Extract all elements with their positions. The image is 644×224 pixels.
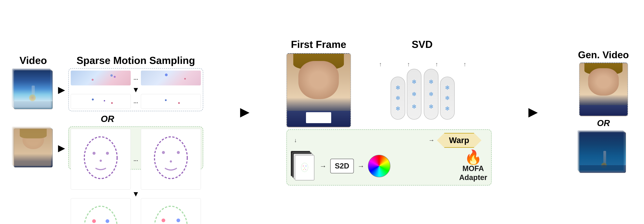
gen-video-title: Gen. Video — [578, 49, 629, 60]
center-area: First Frame SVD ↑ — [286, 38, 492, 186]
svd-title: SVD — [412, 39, 432, 50]
svd-box-3: ❄ ❄ ❄ — [424, 69, 438, 120]
sparse-dots-1 — [71, 94, 131, 109]
sparse-grid-green: ... ▼ — [68, 126, 203, 170]
svg-point-1 — [92, 152, 96, 154]
ellipsis-4: ... — [132, 198, 140, 224]
stacked-frames — [291, 151, 316, 181]
down-arrow-sparse-green: ▼ — [71, 191, 201, 197]
title-row: Video Sparse Motion Sampling — [12, 54, 203, 66]
flow-cell-1 — [71, 70, 131, 86]
face-landmark-colored-2 — [141, 198, 201, 224]
svg-point-0 — [84, 137, 117, 179]
svg-point-18 — [176, 218, 180, 222]
svd-arrows-up: ↑ ↑ ↑ ↑ — [354, 61, 492, 68]
warp-triangle-right — [474, 133, 482, 148]
sparse-title: Sparse Motion Sampling — [68, 54, 203, 66]
mofa-label: MOFA Adapter — [459, 164, 487, 182]
sparse-dots-2 — [141, 94, 201, 109]
down-arrow-sparse-blue: ▼ — [71, 86, 201, 93]
arrow-s2d-to-flow: → — [357, 162, 364, 170]
svg-point-17 — [162, 218, 165, 222]
or-label: OR — [12, 114, 203, 124]
bottom-row: ► — [12, 126, 203, 170]
svg-point-3 — [100, 160, 102, 162]
flow-cell-2 — [141, 70, 201, 86]
s2d-box: S2D — [330, 159, 354, 174]
face-landmarks-bottom: ... — [71, 198, 201, 224]
svd-architecture: ↑ ↑ ↑ ↑ ❄ ❄ ❄ ❄ — [354, 61, 492, 120]
svg-point-9 — [92, 219, 96, 223]
ellipsis-1: ... — [132, 70, 140, 86]
svd-left-boxes: ❄ ❄ ❄ ❄ ❄ ❄ — [390, 69, 422, 120]
sparse-grid-blue: ... ▼ — [68, 68, 203, 111]
arrow-center-to-gen: ► — [524, 103, 542, 121]
svg-point-27 — [304, 168, 305, 168]
warp-triangle-left — [437, 133, 444, 148]
arrow-sparse-to-center: ► — [236, 103, 254, 121]
warp-label: Warp — [444, 133, 474, 148]
gen-rocket-thumbnails — [577, 130, 630, 175]
center-top-row: ↑ ↑ ↑ ↑ ❄ ❄ ❄ ❄ — [286, 53, 492, 128]
arrow-face-to-sparse: ► — [55, 141, 68, 155]
right-area: Gen. Video OR — [575, 49, 632, 175]
or-label-right: OR — [597, 118, 610, 128]
svg-point-25 — [303, 166, 304, 166]
mofa-adapter-label: 🔥 MOFA Adapter — [459, 150, 487, 182]
ellipsis-3: ... — [132, 129, 140, 190]
svg-point-28 — [303, 169, 304, 170]
fire-icon: 🔥 — [464, 150, 482, 164]
face-landmark-colored-1 — [71, 198, 131, 224]
svg-point-26 — [306, 166, 306, 166]
svd-box-2: ❄ ❄ ❄ — [407, 69, 422, 120]
svd-box-1: ❄ ❄ ❄ — [390, 76, 405, 120]
face-landmark-2 — [141, 129, 201, 190]
svg-point-2 — [106, 152, 109, 154]
arrow-video-to-sparse-top: ► — [55, 83, 68, 96]
svd-title-wrap: SVD — [353, 38, 492, 50]
center-title-row: First Frame SVD — [286, 38, 492, 50]
svg-point-7 — [170, 160, 172, 162]
svd-right-boxes: ❄ ❄ ❄ ❄ ❄ ❄ — [424, 69, 455, 120]
svg-point-5 — [162, 151, 165, 154]
svg-point-24 — [301, 163, 308, 172]
gen-face-thumbnail — [579, 62, 628, 116]
front-frame — [295, 155, 314, 180]
face-landmarks-top: ... — [71, 129, 201, 190]
sparse-grid-top: ... — [71, 70, 201, 86]
main-layout: Video Sparse Motion Sampling ► — [0, 0, 644, 224]
flow-output-sphere — [368, 155, 390, 177]
mofa-inner: ↓ → Warp — [291, 133, 487, 182]
top-row: ► ... — [12, 68, 203, 111]
svg-point-8 — [84, 206, 117, 224]
svg-point-6 — [177, 151, 180, 154]
face-landmark-1 — [71, 129, 131, 190]
video-title: Video — [12, 54, 55, 66]
first-frame-image — [286, 53, 351, 128]
mofa-bottom-row: → S2D → 🔥 MOFA Adapter — [291, 150, 487, 182]
left-area: Video Sparse Motion Sampling ► — [12, 54, 203, 170]
face-thumbnails — [12, 126, 55, 170]
svd-box-4: ❄ ❄ ❄ — [440, 76, 455, 120]
sparse-grid-bottom: ... — [71, 94, 201, 109]
first-frame-title: First Frame — [291, 39, 346, 50]
mofa-top-row: ↓ → Warp — [291, 133, 487, 148]
svg-point-16 — [154, 206, 188, 224]
warp-widget: Warp — [437, 133, 481, 148]
svg-point-10 — [106, 219, 109, 223]
svg-point-29 — [305, 169, 306, 170]
svd-boxes-row: ❄ ❄ ❄ ❄ ❄ ❄ ❄ ❄ — [390, 69, 455, 120]
rocket-thumbnails — [12, 68, 55, 111]
ellipsis-2: ... — [132, 94, 140, 109]
arrow-frames-to-s2d: → — [320, 162, 327, 170]
svg-point-4 — [154, 137, 188, 179]
mofa-section: ↓ → Warp — [286, 130, 492, 186]
first-frame-title-wrap: First Frame — [286, 38, 351, 50]
